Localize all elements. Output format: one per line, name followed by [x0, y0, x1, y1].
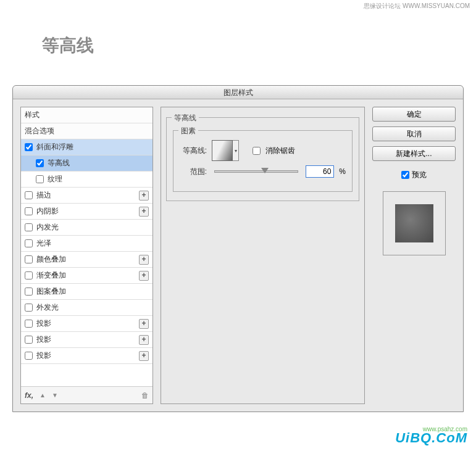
gradient-overlay-label: 渐变叠加 [36, 270, 66, 281]
pattern-overlay-row[interactable]: 图案叠加 [21, 284, 152, 300]
inner-glow-checkbox[interactable] [25, 223, 33, 231]
watermark-top: 思缘设计论坛 WWW.MISSYUAN.COM [364, 2, 470, 10]
satin-row[interactable]: 光泽 [21, 236, 152, 252]
preview-box [383, 191, 446, 255]
texture-sub-checkbox[interactable] [36, 175, 44, 183]
add-icon[interactable]: + [139, 207, 149, 217]
drop-shadow-row-1[interactable]: 投影+ [21, 316, 152, 332]
cancel-button[interactable]: 取消 [372, 126, 456, 141]
drop-shadow-label-2: 投影 [36, 334, 51, 345]
gradient-overlay-checkbox[interactable] [25, 271, 33, 279]
buttons-panel: 确定 取消 新建样式... 预览 [372, 107, 456, 404]
preview-label: 预览 [412, 170, 427, 180]
chevron-down-icon[interactable]: ▾ [233, 140, 239, 161]
styles-panel: 样式 混合选项 斜面和浮雕 等高线 纹理 描边+ 内阴影+ 内发光 光泽 颜色叠… [20, 107, 153, 404]
contour-sub-row[interactable]: 等高线 [21, 155, 152, 172]
contour-thumbnail[interactable] [212, 140, 233, 161]
contour-row: 等高线: ▾ 消除锯齿 [180, 142, 346, 159]
styles-header[interactable]: 样式 [21, 107, 152, 123]
watermark-bottom: UiBQ.CoM [395, 430, 467, 446]
contour-sub-checkbox[interactable] [36, 159, 44, 167]
contour-field-label: 等高线: [180, 146, 207, 156]
pattern-overlay-checkbox[interactable] [25, 288, 33, 296]
drop-shadow-checkbox-1[interactable] [25, 320, 33, 328]
contour-picker[interactable]: ▾ [212, 140, 239, 161]
texture-sub-label: 纹理 [48, 174, 62, 184]
inner-shadow-row[interactable]: 内阴影+ [21, 204, 152, 220]
add-icon[interactable]: + [139, 255, 149, 265]
bevel-checkbox[interactable] [25, 143, 33, 151]
elements-group: 图素 等高线: ▾ 消除锯齿 范围: % [173, 130, 353, 192]
arrow-up-icon[interactable]: ▲ [40, 392, 46, 399]
inner-glow-row[interactable]: 内发光 [21, 220, 152, 236]
bevel-label: 斜面和浮雕 [36, 142, 73, 152]
drop-shadow-row-2[interactable]: 投影+ [21, 332, 152, 348]
drop-shadow-row-3[interactable]: 投影+ [21, 348, 152, 364]
dialog-content: 样式 混合选项 斜面和浮雕 等高线 纹理 描边+ 内阴影+ 内发光 光泽 颜色叠… [13, 99, 463, 412]
elements-group-label: 图素 [178, 126, 198, 136]
preview-checkbox-row: 预览 [372, 170, 456, 180]
antialias-label: 消除锯齿 [265, 146, 295, 156]
outer-glow-row[interactable]: 外发光 [21, 300, 152, 316]
color-overlay-label: 颜色叠加 [36, 254, 66, 265]
inner-glow-label: 内发光 [36, 222, 59, 233]
layer-style-dialog: 图层样式 样式 混合选项 斜面和浮雕 等高线 纹理 描边+ 内阴影+ 内发光 光… [12, 85, 464, 412]
arrow-down-icon[interactable]: ▼ [52, 392, 58, 399]
ok-button[interactable]: 确定 [372, 107, 456, 122]
texture-sub-row[interactable]: 纹理 [21, 172, 152, 188]
drop-shadow-label-1: 投影 [36, 318, 51, 329]
preview-checkbox[interactable] [401, 171, 409, 179]
satin-checkbox[interactable] [25, 239, 33, 247]
add-icon[interactable]: + [139, 335, 149, 345]
outer-glow-label: 外发光 [36, 302, 59, 313]
blend-options-label: 混合选项 [25, 126, 54, 136]
range-row: 范围: % [180, 163, 346, 180]
add-icon[interactable]: + [139, 191, 149, 201]
inner-shadow-checkbox[interactable] [25, 207, 33, 215]
stroke-checkbox[interactable] [25, 191, 33, 199]
bevel-emboss-row[interactable]: 斜面和浮雕 [21, 139, 152, 155]
stroke-row[interactable]: 描边+ [21, 188, 152, 204]
range-slider[interactable] [214, 170, 298, 173]
dialog-titlebar: 图层样式 [13, 86, 463, 99]
percent-label: % [339, 167, 346, 176]
gradient-overlay-row[interactable]: 渐变叠加+ [21, 268, 152, 284]
drop-shadow-checkbox-3[interactable] [25, 352, 33, 360]
color-overlay-row[interactable]: 颜色叠加+ [21, 252, 152, 268]
fx-icon[interactable]: fx, [25, 391, 33, 400]
outer-glow-checkbox[interactable] [25, 304, 33, 312]
preview-swatch [395, 204, 433, 242]
color-overlay-checkbox[interactable] [25, 255, 33, 263]
antialias-checkbox[interactable] [253, 147, 261, 155]
trash-icon[interactable]: 🗑 [141, 391, 149, 400]
drop-shadow-label-3: 投影 [36, 350, 51, 361]
contour-group-label: 等高线 [172, 113, 199, 123]
styles-footer: fx, ▲ ▼ 🗑 [21, 386, 152, 403]
page-title: 等高线 [42, 34, 94, 57]
contour-group: 等高线 图素 等高线: ▾ 消除锯齿 范围: [166, 117, 359, 201]
add-icon[interactable]: + [139, 271, 149, 281]
satin-label: 光泽 [36, 238, 51, 249]
add-icon[interactable]: + [139, 351, 149, 361]
drop-shadow-checkbox-2[interactable] [25, 336, 33, 344]
settings-panel: 等高线 图素 等高线: ▾ 消除锯齿 范围: [161, 107, 365, 404]
range-input[interactable] [306, 165, 334, 178]
pattern-overlay-label: 图案叠加 [36, 286, 66, 297]
inner-shadow-label: 内阴影 [36, 206, 59, 217]
slider-thumb[interactable] [261, 168, 269, 173]
new-style-button[interactable]: 新建样式... [372, 146, 456, 161]
stroke-label: 描边 [36, 190, 51, 201]
range-field-label: 范围: [180, 167, 207, 177]
styles-list[interactable]: 样式 混合选项 斜面和浮雕 等高线 纹理 描边+ 内阴影+ 内发光 光泽 颜色叠… [21, 107, 152, 386]
contour-sub-label: 等高线 [48, 158, 70, 168]
blend-options[interactable]: 混合选项 [21, 123, 152, 139]
add-icon[interactable]: + [139, 319, 149, 329]
styles-header-label: 样式 [25, 110, 40, 120]
